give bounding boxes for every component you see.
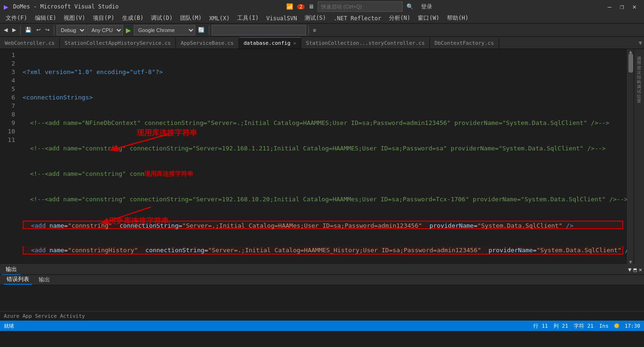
platform-dropdown[interactable]: Any CPU	[87, 25, 123, 35]
main-area: 1 2 3 4 5 6 7 8 9 10 11 <?xml version="1…	[0, 49, 644, 264]
start-debug-btn[interactable]: ▶	[124, 25, 133, 35]
code-line-6: <!--<add name="connstring" connectionStr…	[23, 195, 623, 204]
monitor-icon[interactable]: 🖥	[308, 3, 314, 10]
scroll-thumb[interactable]	[628, 54, 633, 73]
notification-icon[interactable]: 📶	[286, 3, 293, 10]
errtab-errorlist[interactable]: 错误列表	[4, 275, 32, 285]
bottom-tab-bar: 输出 ▼ ⬒ ✕	[0, 264, 644, 275]
line-num-1: 1	[0, 51, 15, 59]
tab-appservicebase[interactable]: AppServiceBase.cs	[176, 37, 239, 49]
close-btn[interactable]: ✕	[629, 2, 640, 11]
tab-stationcollect[interactable]: StationCollectAppHistoryService.cs	[60, 37, 176, 49]
code-line-2: <connectionStrings>	[23, 93, 623, 102]
sidebar-icon-1[interactable]: 调	[635, 51, 643, 55]
line-num-3: 3	[0, 68, 15, 76]
menu-team[interactable]: 团队(M)	[176, 13, 206, 23]
sidebar-icon-9[interactable]: 位	[635, 89, 643, 92]
status-line: 行 11	[533, 322, 548, 330]
login-link[interactable]: 登录	[417, 2, 436, 12]
line-num-8: 8	[0, 110, 15, 119]
vs-logo: ▶	[4, 2, 8, 11]
line-num-7: 7	[0, 102, 15, 110]
azure-bar-text: Azure App Service Activity	[4, 313, 85, 319]
sidebar-icon-8[interactable]: 试	[635, 84, 643, 88]
tab-label: StationCollectAppHistoryService.cs	[65, 40, 171, 46]
code-content[interactable]: <?xml version="1.0" encoding="utf-8"?> <…	[19, 49, 627, 264]
status-bar: 就绪 行 11 列 21 字符 21 Ins 17:30	[0, 321, 644, 331]
vertical-scrollbar[interactable]: ▲ ▼	[627, 49, 634, 264]
toolbar-redo[interactable]: ↪	[43, 26, 51, 34]
tab-database-config[interactable]: database.config ✕	[239, 37, 301, 49]
search-icon[interactable]: 🔍	[406, 3, 413, 10]
minimize-btn[interactable]: —	[604, 2, 615, 11]
quick-launch-input[interactable]	[318, 1, 403, 12]
tab-scroll-right[interactable]: ▼	[637, 40, 644, 46]
sidebar-icon-10[interactable]: 置	[635, 93, 643, 97]
sidebar-icon-2[interactable]: 用	[635, 56, 643, 59]
browser-dropdown[interactable]: Google Chrome	[134, 25, 195, 35]
menu-edit[interactable]: 编辑(E)	[31, 13, 60, 23]
code-line-1: <?xml version="1.0" encoding="utf-8"?>	[23, 68, 623, 76]
menu-reflector[interactable]: .NET Reflector	[330, 14, 385, 23]
separator-3	[209, 25, 209, 35]
menu-view[interactable]: 视图(V)	[60, 13, 89, 23]
tab-webcontroller[interactable]: WebController.cs	[0, 37, 60, 49]
status-dot	[614, 323, 619, 328]
sidebar-icon-6[interactable]: 构	[635, 74, 643, 78]
status-state: 就绪	[4, 322, 14, 330]
line-numbers: 1 2 3 4 5 6 7 8 9 10 11	[0, 49, 19, 264]
toolbar-extra1[interactable]: ≡	[311, 26, 318, 34]
bottom-panel: 输出 ▼ ⬒ ✕ 错误列表 输出 Azure App Service Activ…	[0, 264, 644, 321]
title-bar: ▶ DoMes - Microsoft Visual Studio 📶 2 🖥 …	[0, 0, 644, 13]
toolbar-forward[interactable]: ▶	[10, 26, 18, 34]
btab-output[interactable]: 输出	[2, 264, 21, 275]
bottom-tab-controls[interactable]: ▼ ⬒ ✕	[628, 266, 642, 273]
menu-tools[interactable]: 工具(I)	[233, 13, 263, 23]
line-num-9: 9	[0, 119, 15, 127]
menu-help[interactable]: 帮助(H)	[443, 13, 472, 23]
tab-dbcontextfactory[interactable]: DbContextFactory.cs	[430, 37, 499, 49]
code-line-3: <!--<add name="NFineDbContext" connectio…	[23, 119, 623, 127]
menu-build[interactable]: 生成(B)	[118, 13, 148, 23]
toolbar-back[interactable]: ◀	[2, 26, 9, 34]
menu-xml[interactable]: XML(X)	[206, 14, 233, 23]
menu-test[interactable]: 测试(S)	[301, 13, 330, 23]
debug-config-dropdown[interactable]: Debug	[57, 25, 86, 35]
tab-stationcollection-story[interactable]: StationCollection...storyController.cs	[301, 37, 430, 49]
sidebar-icon-5[interactable]: 结	[635, 70, 643, 74]
code-line-4: <!--<add name="connstring" connectionStr…	[23, 144, 623, 153]
app-title: DoMes - Microsoft Visual Studio	[13, 3, 119, 10]
toolbar-undo[interactable]: ↩	[34, 26, 42, 34]
menu-window[interactable]: 窗口(W)	[414, 13, 443, 23]
line-num-5: 5	[0, 85, 15, 93]
toolbar-search-input[interactable]	[212, 25, 306, 35]
line-num-10: 10	[0, 127, 15, 136]
menu-project[interactable]: 项目(P)	[89, 13, 118, 23]
notification-badge: 2	[297, 4, 305, 9]
scroll-up-btn[interactable]: ▲	[627, 49, 634, 54]
bottom-panel-down[interactable]: ▼	[628, 266, 631, 273]
menu-analyze[interactable]: 分析(N)	[385, 13, 414, 23]
right-sidebar: 调 用 层 次 结 构 调 试 位 置	[634, 49, 644, 264]
bottom-content	[0, 285, 644, 311]
errtab-output[interactable]: 输出	[36, 275, 53, 284]
menu-file[interactable]: 文件(F)	[2, 13, 31, 23]
refresh-btn[interactable]: 🔄	[196, 26, 206, 34]
menu-debug[interactable]: 调试(D)	[147, 13, 176, 23]
code-line-8: <add name="connstringHistory" connection…	[23, 246, 623, 255]
window-controls[interactable]: — ❐ ✕	[604, 2, 640, 11]
menu-visualsvn[interactable]: VisualSVN	[263, 14, 301, 23]
toolbar-save-all[interactable]: 💾	[23, 26, 33, 34]
code-line-7: <add name="connstring" connectionString=…	[23, 221, 623, 229]
bottom-panel-close[interactable]: ✕	[639, 266, 642, 273]
azure-bar: Azure App Service Activity	[0, 311, 644, 321]
sidebar-icon-3[interactable]: 层	[635, 60, 643, 64]
tab-close-icon[interactable]: ✕	[293, 41, 296, 46]
maximize-btn[interactable]: ❐	[616, 2, 627, 11]
bottom-panel-float[interactable]: ⬒	[634, 266, 637, 273]
sidebar-icon-4[interactable]: 次	[635, 65, 643, 69]
scroll-down-btn[interactable]: ▼	[627, 259, 634, 264]
tab-label: StationCollection...storyController.cs	[306, 40, 425, 46]
toolbar: ◀ ▶ 💾 ↩ ↪ Debug Any CPU ▶ Google Chrome …	[0, 24, 644, 37]
sidebar-icon-7[interactable]: 调	[635, 79, 643, 83]
